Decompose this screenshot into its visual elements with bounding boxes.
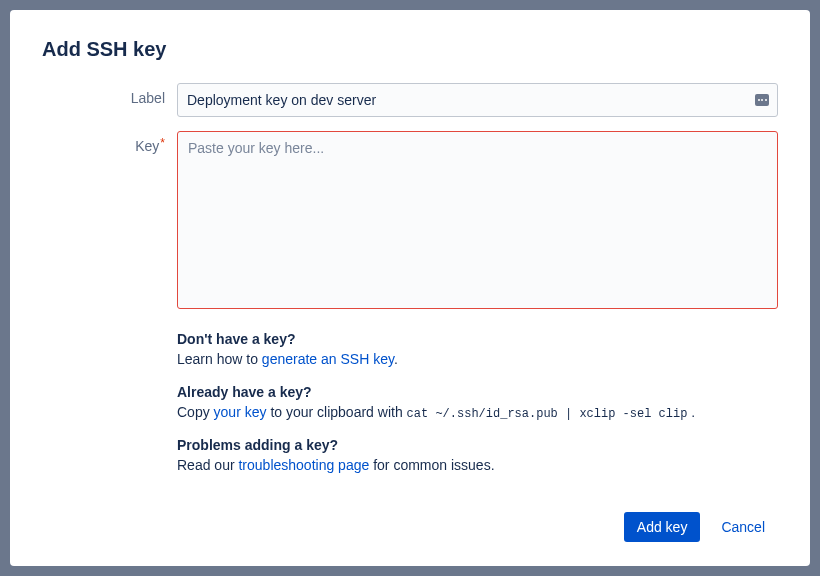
key-field-label: Key*: [42, 131, 177, 154]
input-suggestion-icon[interactable]: [754, 92, 770, 108]
modal-footer: Add key Cancel: [42, 492, 778, 542]
help-have-key: Already have a key? Copy your key to you…: [177, 384, 778, 423]
help-no-key-heading: Don't have a key?: [177, 331, 778, 347]
help-problems-text: Read our troubleshooting page for common…: [177, 455, 778, 476]
key-textarea-wrap: [177, 131, 778, 313]
add-ssh-key-modal: Add SSH key Label Key* Don't have a key?: [10, 10, 810, 566]
key-field-label-text: Key: [135, 138, 159, 154]
label-row: Label: [42, 83, 778, 117]
your-key-link[interactable]: your key: [214, 404, 267, 420]
help-no-key: Don't have a key? Learn how to generate …: [177, 331, 778, 370]
help-problems: Problems adding a key? Read our troubles…: [177, 437, 778, 476]
help-have-key-text: Copy your key to your clipboard with cat…: [177, 402, 778, 423]
key-textarea[interactable]: [177, 131, 778, 309]
help-section: Don't have a key? Learn how to generate …: [177, 331, 778, 490]
help-problems-heading: Problems adding a key?: [177, 437, 778, 453]
label-field-label: Label: [42, 83, 177, 106]
label-input-wrap: [177, 83, 778, 117]
add-key-button[interactable]: Add key: [624, 512, 701, 542]
help-have-key-heading: Already have a key?: [177, 384, 778, 400]
troubleshooting-link[interactable]: troubleshooting page: [238, 457, 369, 473]
modal-title: Add SSH key: [42, 38, 778, 61]
copy-command-code: cat ~/.ssh/id_rsa.pub | xclip -sel clip: [407, 407, 688, 421]
generate-ssh-key-link[interactable]: generate an SSH key: [262, 351, 394, 367]
required-asterisk: *: [160, 136, 165, 150]
cancel-button[interactable]: Cancel: [708, 512, 778, 542]
help-no-key-text: Learn how to generate an SSH key.: [177, 349, 778, 370]
key-row: Key*: [42, 131, 778, 313]
label-input[interactable]: [177, 83, 778, 117]
